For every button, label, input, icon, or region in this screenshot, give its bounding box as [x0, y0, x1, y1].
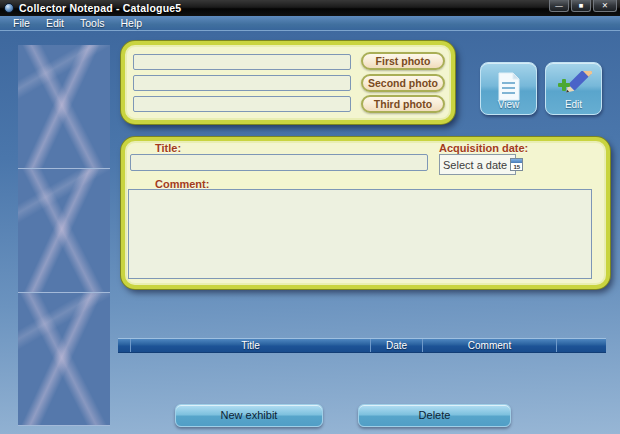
document-icon: [481, 69, 536, 103]
delete-button[interactable]: Delete: [358, 404, 511, 427]
exhibit-form-panel: Title: Acquisition date: Select a date 1…: [121, 137, 610, 289]
comment-textarea[interactable]: [128, 189, 592, 279]
window-title: Collector Notepad - Catalogue5: [19, 2, 181, 14]
date-picker[interactable]: Select a date 15: [439, 154, 516, 175]
second-photo-button[interactable]: Second photo: [361, 74, 445, 92]
calendar-icon-day: 15: [511, 163, 522, 171]
fractal-image: [18, 45, 110, 169]
decorative-sidebar: [18, 45, 110, 426]
table-header-spacer: [557, 339, 606, 352]
fractal-image: [18, 169, 110, 293]
view-button[interactable]: View: [480, 62, 537, 115]
date-picker-text: Select a date: [443, 159, 507, 171]
menu-file[interactable]: File: [5, 16, 38, 30]
menu-help[interactable]: Help: [113, 16, 151, 30]
app-icon: [4, 3, 14, 13]
table-header-title[interactable]: Title: [131, 339, 371, 352]
first-photo-path-input[interactable]: [133, 54, 351, 70]
close-button-icon[interactable]: ✕: [593, 0, 617, 12]
maximize-button-icon[interactable]: ■: [571, 0, 591, 12]
minimize-button-icon[interactable]: —: [549, 0, 569, 12]
client-area: First photo Second photo Third photo Vie…: [0, 31, 620, 434]
exhibits-table-header: Title Date Comment: [118, 338, 606, 353]
menu-tools[interactable]: Tools: [72, 16, 113, 30]
table-header-date[interactable]: Date: [371, 339, 423, 352]
third-photo-path-input[interactable]: [133, 96, 351, 112]
table-header-selector-cell: [118, 339, 131, 352]
title-input[interactable]: [130, 154, 428, 171]
edit-pencil-icon: [546, 69, 601, 103]
table-header-comment[interactable]: Comment: [423, 339, 557, 352]
photo-panel: First photo Second photo Third photo: [121, 41, 455, 124]
fractal-image: [18, 293, 110, 426]
titlebar: Collector Notepad - Catalogue5 — ■ ✕: [0, 0, 620, 16]
menubar: File Edit Tools Help: [0, 16, 620, 31]
app-window: Collector Notepad - Catalogue5 — ■ ✕ Fil…: [0, 0, 620, 434]
first-photo-button[interactable]: First photo: [361, 52, 445, 70]
second-photo-path-input[interactable]: [133, 75, 351, 91]
calendar-icon[interactable]: 15: [510, 158, 523, 171]
menu-edit[interactable]: Edit: [38, 16, 72, 30]
new-exhibit-button[interactable]: New exhibit: [175, 404, 323, 427]
title-label: Title:: [155, 142, 181, 154]
third-photo-button[interactable]: Third photo: [361, 95, 445, 113]
window-controls: — ■ ✕: [549, 0, 617, 12]
acquisition-date-label: Acquisition date:: [439, 142, 528, 154]
edit-button[interactable]: Edit: [545, 62, 602, 115]
